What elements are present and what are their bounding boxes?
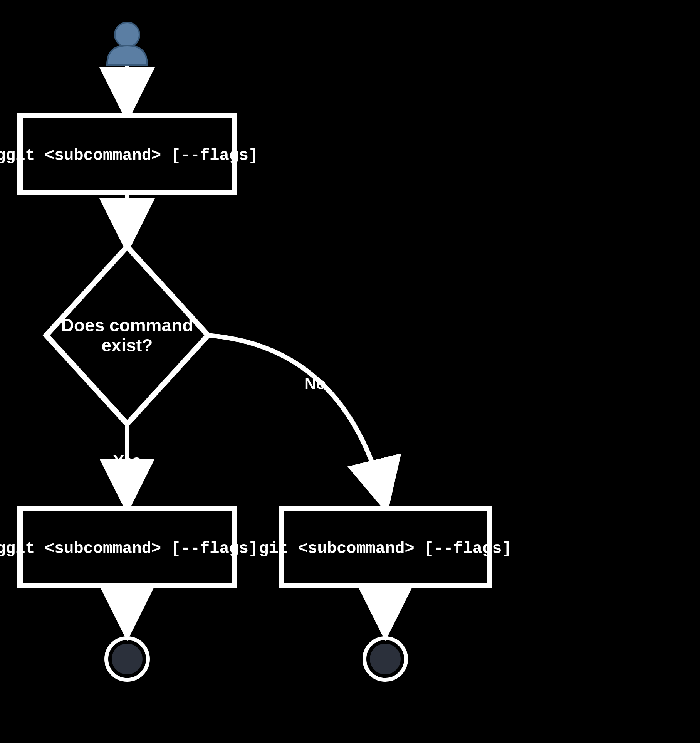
node-input-command: ggit <subcommand> [--flags] — [0, 116, 258, 193]
node-decision: Does command exist? — [46, 247, 208, 424]
end-node-no — [364, 638, 406, 680]
decision-text-line2: exist? — [102, 335, 153, 355]
yes-command-text: ggit <subcommand> [--flags] — [0, 540, 258, 558]
edge-label-yes: Yes — [113, 452, 141, 470]
svg-point-0 — [115, 22, 139, 47]
svg-point-6 — [112, 644, 143, 674]
flowchart-diagram: ggit <subcommand> [--flags] Does command… — [0, 0, 700, 743]
node-no-command: git <subcommand> [--flags] — [259, 509, 511, 586]
input-command-text: ggit <subcommand> [--flags] — [0, 146, 258, 165]
edge-decision-no — [208, 335, 385, 505]
edge-label-no: No — [304, 375, 326, 393]
end-node-yes — [106, 638, 148, 680]
no-command-text: git <subcommand> [--flags] — [259, 540, 511, 558]
svg-point-8 — [370, 644, 401, 674]
node-yes-command: ggit <subcommand> [--flags] — [0, 509, 258, 586]
decision-text-line1: Does command — [61, 315, 193, 335]
user-actor-icon — [107, 22, 147, 65]
